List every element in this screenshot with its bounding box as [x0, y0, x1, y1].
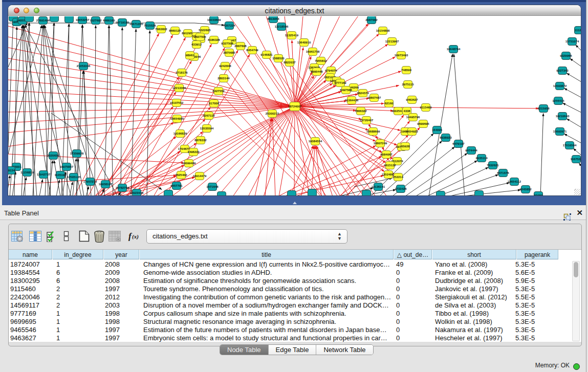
svg-text:19384554: 19384554 — [309, 140, 322, 143]
svg-text:39154: 39154 — [8, 169, 15, 172]
svg-text:9654923: 9654923 — [406, 130, 418, 133]
svg-text:9463627: 9463627 — [406, 98, 418, 101]
svg-text:2667608: 2667608 — [234, 45, 247, 48]
svg-text:8427552: 8427552 — [212, 90, 225, 93]
svg-text:9457791: 9457791 — [170, 184, 183, 187]
svg-text:16210643: 16210643 — [556, 115, 570, 118]
svg-text:27691406: 27691406 — [36, 19, 50, 22]
svg-text:4338: 4338 — [403, 110, 410, 113]
svg-text:9146821: 9146821 — [260, 53, 273, 56]
svg-text:2020656: 2020656 — [47, 154, 59, 157]
svg-text:16961758: 16961758 — [306, 50, 320, 53]
svg-text:2803144: 2803144 — [217, 77, 230, 80]
svg-text:15720407: 15720407 — [360, 119, 374, 122]
svg-text:9699695: 9699695 — [417, 122, 429, 125]
svg-text:8878332: 8878332 — [194, 139, 207, 142]
svg-text:10653257: 10653257 — [76, 18, 90, 21]
svg-text:1733426: 1733426 — [395, 187, 407, 190]
svg-text:6497568: 6497568 — [340, 89, 352, 92]
svg-text:8454749: 8454749 — [246, 49, 258, 52]
svg-text:65928: 65928 — [401, 145, 410, 148]
svg-text:8822037: 8822037 — [284, 61, 296, 64]
svg-text:12923446: 12923446 — [130, 191, 144, 194]
svg-text:16782759: 16782759 — [116, 186, 129, 189]
svg-text:1588520: 1588520 — [272, 57, 285, 60]
svg-text:62160: 62160 — [385, 102, 394, 105]
svg-text:748500: 748500 — [401, 69, 412, 72]
svg-text:10958107: 10958107 — [99, 183, 113, 186]
svg-text:7625402: 7625402 — [175, 173, 187, 177]
svg-text:9329966: 9329966 — [560, 54, 572, 57]
svg-text:21053346: 21053346 — [77, 64, 91, 68]
svg-text:7515526: 7515526 — [144, 24, 156, 27]
svg-text:9084067: 9084067 — [380, 153, 393, 156]
svg-text:15751074: 15751074 — [565, 40, 579, 43]
svg-text:18724007: 18724007 — [288, 105, 302, 108]
svg-text:1615132: 1615132 — [384, 164, 396, 167]
svg-text:19166829: 19166829 — [173, 132, 187, 135]
svg-text:2935114: 2935114 — [475, 157, 488, 160]
svg-text:1498222: 1498222 — [187, 150, 200, 154]
svg-text:2718176: 2718176 — [176, 71, 188, 74]
svg-text:6466160: 6466160 — [103, 19, 115, 22]
svg-text:8215958: 8215958 — [537, 107, 550, 110]
svg-text:11325419: 11325419 — [285, 34, 299, 37]
svg-text:8186328: 8186328 — [208, 38, 220, 41]
svg-text:2827505: 2827505 — [194, 35, 206, 38]
svg-text:14136141: 14136141 — [372, 185, 385, 188]
svg-text:7357224: 7357224 — [223, 24, 235, 27]
svg-text:8660125: 8660125 — [169, 29, 181, 32]
svg-text:16648764: 16648764 — [447, 48, 461, 51]
svg-text:3267110: 3267110 — [203, 114, 215, 117]
svg-text:3824574: 3824574 — [357, 92, 369, 95]
svg-text:16107552: 16107552 — [170, 101, 184, 104]
svg-text:7663822: 7663822 — [155, 28, 167, 31]
svg-text:9245852: 9245852 — [519, 188, 532, 191]
svg-text:25300215: 25300215 — [266, 112, 279, 115]
svg-text:1527602: 1527602 — [90, 19, 102, 22]
svg-text:11156819: 11156819 — [20, 171, 34, 174]
svg-text:7955812: 7955812 — [315, 59, 327, 62]
svg-text:9227343: 9227343 — [556, 69, 569, 72]
svg-text:1244415: 1244415 — [552, 99, 564, 102]
svg-text:21364436: 21364436 — [345, 99, 359, 102]
svg-text:12505135: 12505135 — [67, 176, 81, 179]
svg-text:92450: 92450 — [534, 194, 543, 195]
svg-text:13218586: 13218586 — [275, 25, 289, 28]
svg-text:17016504: 17016504 — [563, 144, 577, 147]
svg-text:2975115: 2975115 — [402, 83, 414, 86]
svg-text:(x): (x) — [132, 233, 139, 240]
svg-text:6794074: 6794074 — [325, 69, 337, 72]
svg-text:3875685: 3875685 — [223, 51, 235, 54]
svg-text:1167533: 1167533 — [570, 158, 581, 161]
svg-text:8938923: 8938923 — [440, 136, 452, 139]
svg-text:9115460: 9115460 — [420, 106, 432, 109]
svg-text:10654112: 10654112 — [508, 180, 521, 183]
svg-text:252214: 252214 — [393, 176, 404, 179]
svg-text:7632621: 7632621 — [487, 164, 499, 167]
svg-text:16914479: 16914479 — [193, 174, 207, 178]
svg-text:13535594: 13535594 — [200, 127, 214, 130]
svg-text:9327508: 9327508 — [221, 42, 233, 45]
svg-text:8813054: 8813054 — [267, 17, 279, 20]
svg-text:98961: 98961 — [186, 54, 194, 57]
svg-text:15692971: 15692971 — [553, 130, 567, 133]
svg-text:13640910: 13640910 — [297, 41, 311, 44]
svg-text:12093872: 12093872 — [553, 84, 567, 87]
svg-text:16671355: 16671355 — [129, 23, 143, 26]
svg-text:12213967: 12213967 — [385, 40, 399, 43]
svg-text:433912: 433912 — [191, 43, 202, 46]
svg-text:10973493: 10973493 — [395, 54, 408, 57]
svg-text:14099489: 14099489 — [182, 162, 196, 165]
svg-text:5322605: 5322605 — [199, 29, 211, 32]
svg-text:17359928: 17359928 — [70, 152, 84, 155]
svg-text:10719185: 10719185 — [116, 21, 129, 24]
svg-text:10807487: 10807487 — [367, 96, 381, 99]
svg-text:18807249: 18807249 — [374, 142, 387, 145]
svg-text:1145194: 1145194 — [54, 173, 67, 177]
svg-text:9777169: 9777169 — [334, 81, 346, 84]
svg-text:2087682: 2087682 — [365, 18, 378, 21]
svg-text:10688609: 10688609 — [366, 130, 380, 133]
svg-text:7866322: 7866322 — [355, 110, 367, 113]
svg-text:16033809: 16033809 — [207, 18, 221, 21]
